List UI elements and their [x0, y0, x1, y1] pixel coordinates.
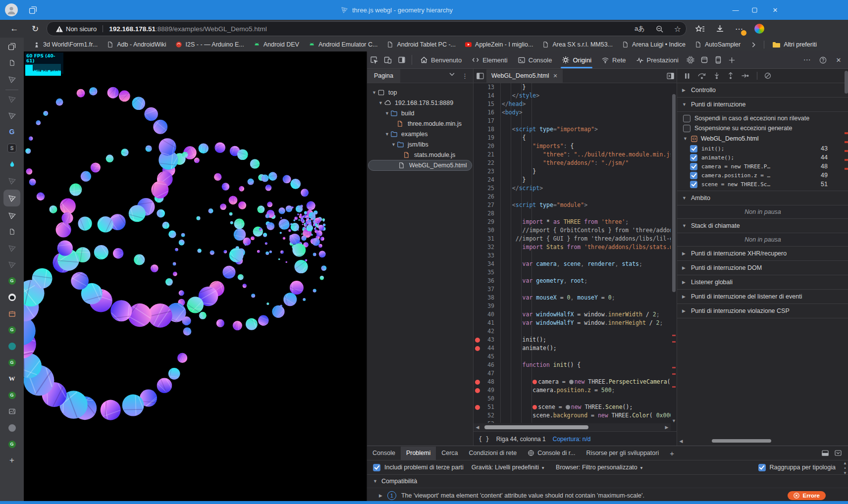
line-number[interactable]: 23	[474, 167, 499, 176]
vertical-tab-flame[interactable]	[3, 157, 20, 172]
vertical-tab-g-green[interactable]: G	[3, 322, 20, 337]
drawer-tab-cerca[interactable]: Cerca	[436, 447, 463, 460]
inline-marker-dot[interactable]	[569, 380, 574, 384]
vertical-tab-google[interactable]: G	[3, 124, 20, 139]
line-number[interactable]: 28	[474, 209, 499, 218]
translate-icon[interactable]: aあ	[635, 24, 645, 33]
code-area[interactable]: 13 }14 </style>15</head>16<body>1718 <sc…	[474, 83, 671, 423]
editor-scroll-down-arrow[interactable]: ▼	[672, 418, 676, 423]
code-line-32[interactable]: 32 import Stats from 'three/addons/libs/…	[474, 243, 671, 252]
vertical-tab-github[interactable]	[3, 290, 20, 304]
close-button[interactable]: ✕	[772, 6, 779, 14]
devtools-tab-elementi[interactable]: Elementi	[467, 52, 513, 68]
copilot-icon[interactable]	[754, 24, 764, 34]
code-line-35[interactable]: 35	[474, 268, 671, 277]
step-icon[interactable]	[742, 73, 749, 79]
editor-vertical-scrollbar[interactable]	[671, 83, 677, 423]
drawer-tab--[interactable]: +	[664, 447, 680, 460]
line-number[interactable]: 19	[474, 134, 499, 142]
line-number[interactable]: 46	[474, 361, 499, 369]
breakpoint-checkbox[interactable]	[690, 181, 697, 188]
vertical-tab-g-green[interactable]: G	[3, 273, 20, 288]
breakpoint-checkbox[interactable]	[690, 163, 697, 170]
line-number[interactable]: 29	[474, 218, 499, 226]
line-number[interactable]: 21	[474, 151, 499, 159]
devtools-tab-prestazioni[interactable]: Prestazioni	[631, 52, 684, 68]
group-by-type-checkbox[interactable]	[758, 464, 766, 471]
drawer-dock-icon[interactable]	[822, 450, 829, 456]
security-warning[interactable]: Non sicuro	[56, 25, 97, 33]
line-number[interactable]: 40	[474, 310, 499, 319]
section-punti-di-interruzione-dom[interactable]: ▶Punti di interruzione DOM	[677, 261, 848, 275]
line-number[interactable]: 41	[474, 319, 499, 327]
navigator-dropdown-icon[interactable]	[449, 72, 455, 80]
bookmark-item[interactable]: Android Emulator C...	[308, 41, 378, 49]
vertical-tab-three-bright[interactable]	[3, 208, 20, 223]
code-line-30[interactable]: 30 //import { OrbitControls } from 'thre…	[474, 226, 671, 235]
code-line-20[interactable]: 20 "imports": {	[474, 142, 671, 151]
code-line-21[interactable]: 21 "three": "../build/three.module.min.j…	[474, 151, 671, 159]
chip-icon[interactable]	[684, 53, 697, 66]
code-line-33[interactable]: 33	[474, 252, 671, 260]
drawer-tab-condizioni-di-rete[interactable]: Condizioni di rete	[464, 447, 523, 460]
line-number[interactable]: 42	[474, 327, 499, 336]
favorite-star-icon[interactable]: ☆	[674, 24, 681, 34]
code-line-13[interactable]: 13 }	[474, 83, 671, 92]
line-number[interactable]: 24	[474, 176, 499, 184]
line-number[interactable]: 34	[474, 260, 499, 268]
breakpoint-dot[interactable]	[475, 338, 480, 343]
section-punti-di-interruzione-violazione-csp[interactable]: ▶Punti di interruzione violazione CSP	[677, 304, 848, 318]
bookmark-item[interactable]: I2S - - — Arduino E...	[175, 41, 244, 49]
compatibility-group[interactable]: ▼ Compatibilità	[367, 475, 848, 488]
other-favorites[interactable]: Altri preferiti	[772, 41, 817, 48]
code-line-31[interactable]: 31 //import { GUI } from 'three/addons/l…	[474, 235, 671, 243]
line-number[interactable]: 49	[474, 386, 499, 395]
inline-breakpoint-dot[interactable]	[532, 405, 537, 409]
sidebar-horizontal-scrollbar[interactable]: ◀	[677, 438, 844, 445]
code-line-49[interactable]: 49 camera.position.z = 500;	[474, 386, 671, 395]
line-number[interactable]: 33	[474, 252, 499, 260]
code-line-38[interactable]: 38 var mouseX = 0, mouseY = 0;	[474, 294, 671, 302]
code-line-51[interactable]: 51 scene = new THREE.Scene();	[474, 403, 671, 411]
vertical-tab-teal[interactable]	[3, 339, 20, 353]
vertical-tab-three-dim[interactable]	[3, 257, 20, 272]
code-line-40[interactable]: 40 var windowHalfX = window.innerWidth /…	[474, 310, 671, 319]
devtools-tab-origini[interactable]: Origini	[557, 52, 596, 68]
code-line-34[interactable]: 34 var camera, scene, renderer, stats;	[474, 260, 671, 268]
drawer-tab-console[interactable]: Console	[367, 447, 401, 460]
code-line-14[interactable]: 14 </style>	[474, 92, 671, 100]
vertical-tab-page[interactable]	[3, 224, 20, 239]
coverage-link[interactable]: Copertura: n/d	[553, 436, 591, 443]
breakpoint-entry[interactable]: scene = new THREE.Sc…51	[677, 180, 848, 189]
deactivate-breakpoints-icon[interactable]	[764, 72, 771, 79]
code-line-23[interactable]: 23 }	[474, 167, 671, 176]
breakpoint-entry[interactable]: animate();44	[677, 153, 848, 162]
line-number[interactable]: 39	[474, 302, 499, 310]
code-line-17[interactable]: 17	[474, 117, 671, 125]
vertical-tab-box-orange[interactable]	[3, 306, 20, 321]
line-number[interactable]: 52	[474, 411, 499, 420]
step-over-icon[interactable]	[698, 73, 706, 79]
devtools-tab-benvenuto[interactable]: Benvenuto	[415, 52, 467, 68]
line-number[interactable]: 26	[474, 193, 499, 201]
vertical-tab-g-green[interactable]: G	[3, 437, 20, 452]
breakpoint-entry[interactable]: camera = new THREE.P…48	[677, 162, 848, 171]
breakpoint-checkbox[interactable]	[690, 172, 697, 179]
section-call-stack[interactable]: ▼Stack di chiamate	[677, 219, 848, 233]
vertical-tab-page[interactable]	[3, 55, 20, 70]
line-number[interactable]: 16	[474, 108, 499, 117]
code-line-28[interactable]: 28	[474, 209, 671, 218]
issue-row[interactable]: ▶ 1 The 'viewport' meta element 'content…	[367, 488, 848, 503]
tree-item-top[interactable]: ▼top	[367, 87, 473, 98]
breakpoint-checkbox[interactable]	[690, 145, 697, 152]
breakpoint-dot[interactable]	[475, 380, 480, 385]
line-number[interactable]: 27	[474, 201, 499, 209]
close-devtools-icon[interactable]: ✕	[832, 53, 846, 66]
line-number[interactable]: 53	[474, 420, 499, 423]
drawer-tab-risorse-per-gli-sviluppatori[interactable]: Risorse per gli sviluppatori	[581, 447, 665, 460]
help-icon[interactable]	[816, 53, 830, 66]
close-tab-icon[interactable]: ✕	[553, 73, 558, 79]
drawer-tab-problemi[interactable]: Problemi	[401, 447, 436, 460]
devtools-tab-rete[interactable]: Rete	[596, 52, 631, 68]
bookmark-item[interactable]: 3d World\Form1.fr...	[33, 41, 98, 49]
